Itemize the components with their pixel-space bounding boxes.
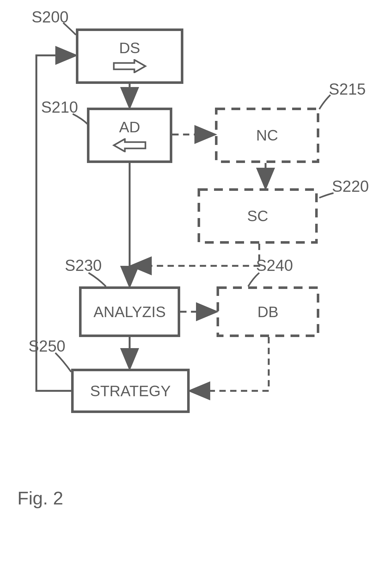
node-ad-label: AD [119,118,140,136]
callout-s250: S250 [28,337,65,355]
node-db-label: DB [257,303,279,321]
node-strategy-label: STRATEGY [90,382,171,400]
node-ad: AD [87,108,172,163]
diagram-container: DS AD NC SC ANALYZIS DB STRATEG [0,0,392,563]
node-ds: DS [76,28,183,84]
node-sc-label: SC [247,207,268,225]
right-arrow-icon [112,59,147,73]
callout-s210: S210 [41,98,78,116]
callout-s215: S215 [329,80,366,98]
left-arrow-icon [112,138,147,152]
node-ds-label: DS [119,39,140,57]
figure-caption: Fig. 2 [17,487,63,509]
callout-s200: S200 [32,8,69,26]
node-db: DB [217,286,319,337]
node-analyzis: ANALYZIS [79,286,180,337]
node-sc: SC [198,188,318,244]
callout-s220: S220 [332,177,369,196]
node-strategy: STRATEGY [71,369,190,413]
callout-s240: S240 [256,256,293,275]
node-nc: NC [215,108,319,163]
node-nc-label: NC [256,127,278,144]
node-analyzis-label: ANALYZIS [94,303,166,321]
callout-s230: S230 [65,256,102,275]
